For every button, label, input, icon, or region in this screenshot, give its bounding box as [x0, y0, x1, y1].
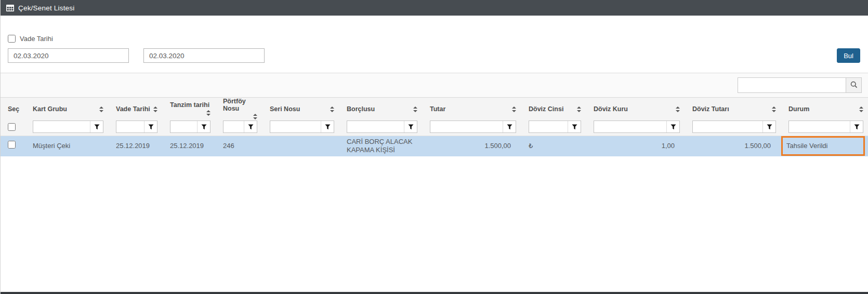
column-label: Tutar: [430, 105, 445, 113]
filter-doviz-cinsi: [529, 121, 581, 133]
page-title: Çek/Senet Listesi: [18, 4, 74, 12]
filter-durum: [788, 121, 863, 133]
table-row[interactable]: Müşteri Çeki 25.12.2019 25.12.2019 246 C…: [1, 136, 868, 156]
column-label: Döviz Kuru: [594, 105, 628, 113]
filter-icon-button[interactable]: [90, 121, 103, 132]
sort-icon[interactable]: [510, 105, 518, 113]
column-header-doviz-kuru[interactable]: Döviz Kuru: [586, 98, 685, 121]
column-header-doviz-tutari[interactable]: Döviz Tutarı: [685, 98, 781, 121]
column-header-kart-grubu[interactable]: Kart Grubu: [25, 98, 109, 121]
filter-doviz-kuru: [594, 121, 680, 133]
table-grid-icon: [6, 5, 14, 11]
vade-tarihi-label[interactable]: Vade Tarihi: [20, 35, 53, 43]
table-header-row: Seç Kart Grubu Vade Tarihi Tanzim tarihi…: [1, 98, 868, 121]
column-label: Kart Grubu: [33, 105, 67, 113]
filter-input[interactable]: [270, 121, 321, 132]
column-label: Seç: [8, 105, 19, 113]
sort-icon[interactable]: [328, 105, 336, 113]
select-all-checkbox[interactable]: [8, 123, 16, 131]
status-highlight-box: Tahsile Verildi: [781, 136, 865, 156]
row-select-checkbox[interactable]: [8, 141, 16, 149]
cell-borclusu: CARİ BORÇ ALACAK KAPAMA KİŞİSİ: [339, 136, 423, 156]
filter-icon-button[interactable]: [762, 121, 775, 132]
filter-icon-button[interactable]: [850, 121, 863, 132]
cell-vade-tarihi: 25.12.2019: [109, 136, 163, 156]
search-band: [1, 73, 868, 97]
column-header-borclusu[interactable]: Borçlusu: [339, 98, 423, 121]
filter-icon-button[interactable]: [244, 121, 257, 132]
column-header-tanzim-tarihi[interactable]: Tanzim tarihi: [163, 98, 216, 121]
column-label: Pörtföy Nosu: [223, 98, 259, 112]
filter-kart-grubu: [33, 121, 103, 133]
filter-portfoy-nosu: [223, 121, 257, 133]
sort-icon[interactable]: [251, 113, 259, 121]
column-header-vade-tarihi[interactable]: Vade Tarihi: [109, 98, 163, 121]
cell-kart-grubu: Müşteri Çeki: [25, 136, 109, 156]
filter-input[interactable]: [170, 121, 197, 132]
filter-icon-button[interactable]: [144, 121, 157, 132]
sort-icon[interactable]: [151, 105, 160, 113]
date-start-input[interactable]: [8, 48, 129, 63]
filter-icon-button[interactable]: [321, 121, 334, 132]
cell-durum: Tahsile Verildi: [781, 136, 868, 156]
cek-senet-table: Seç Kart Grubu Vade Tarihi Tanzim tarihi…: [1, 97, 868, 156]
bottom-edge-strip: [1, 292, 868, 294]
filter-input[interactable]: [430, 121, 503, 132]
sort-icon[interactable]: [575, 105, 583, 113]
filter-borclusu: [347, 121, 417, 133]
cell-doviz-kuru: 1,00: [586, 136, 685, 156]
search-input[interactable]: [738, 77, 846, 93]
cell-doviz-cinsi: ₺: [521, 136, 586, 156]
status-text: Tahsile Verildi: [786, 142, 828, 151]
filter-icon-button[interactable]: [197, 121, 210, 132]
column-header-seri-nosu[interactable]: Seri Nosu: [262, 98, 339, 121]
column-header-portfoy-nosu[interactable]: Pörtföy Nosu: [216, 98, 262, 121]
filter-input[interactable]: [116, 121, 144, 132]
filter-input[interactable]: [529, 121, 568, 132]
column-label: Seri Nosu: [270, 105, 300, 113]
filter-seri-nosu: [270, 121, 334, 133]
filter-icon-button[interactable]: [666, 121, 679, 132]
cell-seri-nosu: [262, 136, 339, 156]
filter-input[interactable]: [33, 121, 90, 132]
vade-tarihi-checkbox[interactable]: [8, 35, 16, 43]
column-header-tutar[interactable]: Tutar: [423, 98, 521, 121]
filter-tanzim-tarihi: [170, 121, 211, 133]
column-header-sec: Seç: [1, 98, 25, 121]
filter-vade-tarihi: [116, 121, 157, 133]
column-header-durum[interactable]: Durum: [781, 98, 868, 121]
cell-tanzim-tarihi: 25.12.2019: [163, 136, 216, 156]
filter-icon-button[interactable]: [404, 121, 417, 132]
sort-icon[interactable]: [857, 105, 865, 113]
column-label: Döviz Cinsi: [529, 105, 563, 113]
column-label: Durum: [788, 105, 809, 113]
filter-icon-button[interactable]: [568, 121, 581, 132]
cell-doviz-tutari: 1.500,00: [685, 136, 781, 156]
sort-icon[interactable]: [674, 105, 682, 113]
date-end-input[interactable]: [143, 48, 265, 63]
search-button[interactable]: [846, 77, 862, 93]
filter-input[interactable]: [789, 121, 850, 132]
column-label: Tanzim tarihi: [170, 101, 209, 109]
column-label: Döviz Tutarı: [692, 105, 729, 113]
filter-input[interactable]: [693, 121, 762, 132]
sort-icon[interactable]: [770, 105, 778, 113]
sort-icon[interactable]: [204, 109, 213, 117]
cell-tutar: 1.500,00: [423, 136, 521, 156]
column-header-doviz-cinsi[interactable]: Döviz Cinsi: [521, 98, 586, 121]
sort-icon[interactable]: [97, 105, 106, 113]
window-titlebar: Çek/Senet Listesi: [1, 0, 868, 16]
filter-doviz-tutari: [692, 121, 776, 133]
cell-select: [1, 136, 25, 156]
filter-input[interactable]: [223, 121, 244, 132]
sort-icon[interactable]: [411, 105, 419, 113]
column-label: Vade Tarihi: [116, 105, 150, 113]
find-button[interactable]: Bul: [837, 48, 860, 63]
table-filter-row: [1, 121, 868, 136]
filter-icon-button[interactable]: [503, 121, 516, 132]
column-label: Borçlusu: [347, 105, 375, 113]
filter-input[interactable]: [594, 121, 666, 132]
filter-tutar: [430, 121, 516, 133]
filter-input[interactable]: [347, 121, 404, 132]
search-icon: [850, 81, 858, 90]
